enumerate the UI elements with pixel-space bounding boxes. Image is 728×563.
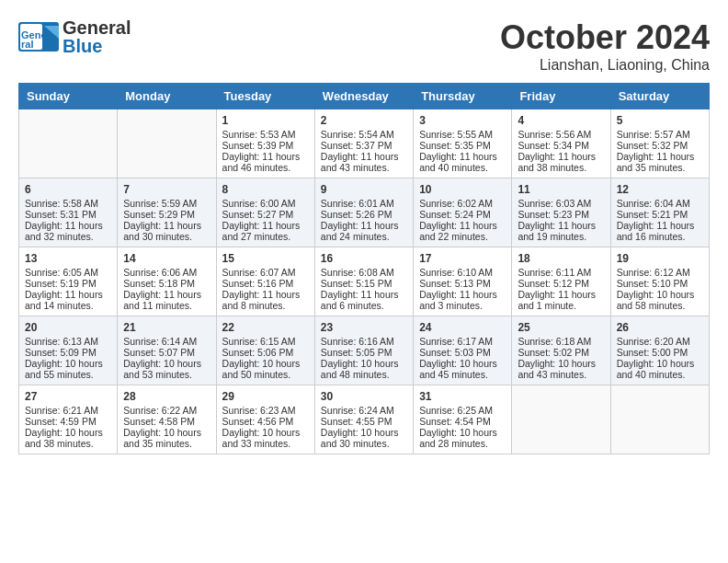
- day-number: 13: [25, 252, 111, 265]
- day-number: 26: [617, 321, 703, 334]
- calendar-cell: 6Sunrise: 5:58 AMSunset: 5:31 PMDaylight…: [19, 178, 118, 247]
- calendar-day-header: Tuesday: [216, 84, 314, 109]
- calendar-cell: 29Sunrise: 6:23 AMSunset: 4:56 PMDayligh…: [216, 385, 314, 454]
- calendar-cell: 13Sunrise: 6:05 AMSunset: 5:19 PMDayligh…: [19, 247, 118, 316]
- calendar-cell: 7Sunrise: 5:59 AMSunset: 5:29 PMDaylight…: [118, 178, 216, 247]
- calendar-cell: [610, 385, 709, 454]
- logo-blue-text: Blue: [63, 37, 131, 55]
- day-number: 10: [419, 183, 506, 196]
- day-number: 29: [222, 390, 309, 403]
- day-number: 30: [321, 390, 407, 403]
- calendar-cell: 14Sunrise: 6:06 AMSunset: 5:18 PMDayligh…: [118, 247, 216, 316]
- calendar-cell: 22Sunrise: 6:15 AMSunset: 5:06 PMDayligh…: [216, 316, 314, 385]
- day-number: 24: [419, 321, 506, 334]
- calendar-cell: [19, 109, 118, 178]
- logo-icon: Gene- ral: [18, 22, 59, 52]
- day-number: 9: [321, 183, 407, 196]
- calendar-cell: 19Sunrise: 6:12 AMSunset: 5:10 PMDayligh…: [610, 247, 709, 316]
- day-number: 2: [321, 114, 407, 127]
- page-header: Gene- ral General Blue October 2024 Lian…: [18, 18, 710, 74]
- calendar-cell: 10Sunrise: 6:02 AMSunset: 5:24 PMDayligh…: [414, 178, 512, 247]
- calendar-table: SundayMondayTuesdayWednesdayThursdayFrid…: [18, 83, 710, 454]
- calendar-cell: 31Sunrise: 6:25 AMSunset: 4:54 PMDayligh…: [414, 385, 512, 454]
- day-number: 4: [518, 114, 604, 127]
- calendar-day-header: Sunday: [19, 84, 118, 109]
- day-number: 6: [25, 183, 111, 196]
- day-number: 18: [518, 252, 604, 265]
- calendar-cell: 16Sunrise: 6:08 AMSunset: 5:15 PMDayligh…: [314, 247, 413, 316]
- day-number: 21: [123, 321, 210, 334]
- calendar-day-header: Monday: [118, 84, 216, 109]
- calendar-cell: 8Sunrise: 6:00 AMSunset: 5:27 PMDaylight…: [216, 178, 314, 247]
- calendar-cell: 17Sunrise: 6:10 AMSunset: 5:13 PMDayligh…: [414, 247, 512, 316]
- calendar-cell: [118, 109, 216, 178]
- day-number: 27: [25, 390, 111, 403]
- calendar-cell: 27Sunrise: 6:21 AMSunset: 4:59 PMDayligh…: [19, 385, 118, 454]
- title-block: October 2024 Lianshan, Liaoning, China: [500, 18, 710, 74]
- calendar-cell: 20Sunrise: 6:13 AMSunset: 5:09 PMDayligh…: [19, 316, 118, 385]
- day-number: 15: [222, 252, 309, 265]
- calendar-cell: 3Sunrise: 5:55 AMSunset: 5:35 PMDaylight…: [414, 109, 512, 178]
- day-number: 11: [518, 183, 604, 196]
- calendar-cell: 9Sunrise: 6:01 AMSunset: 5:26 PMDaylight…: [314, 178, 413, 247]
- calendar-cell: 18Sunrise: 6:11 AMSunset: 5:12 PMDayligh…: [512, 247, 610, 316]
- day-number: 28: [123, 390, 210, 403]
- day-number: 8: [222, 183, 309, 196]
- day-number: 3: [419, 114, 506, 127]
- calendar-cell: 15Sunrise: 6:07 AMSunset: 5:16 PMDayligh…: [216, 247, 314, 316]
- calendar-cell: 23Sunrise: 6:16 AMSunset: 5:05 PMDayligh…: [314, 316, 413, 385]
- day-number: 31: [419, 390, 506, 403]
- calendar-day-header: Saturday: [610, 84, 709, 109]
- day-number: 5: [617, 114, 703, 127]
- calendar-cell: 26Sunrise: 6:20 AMSunset: 5:00 PMDayligh…: [610, 316, 709, 385]
- calendar-cell: 1Sunrise: 5:53 AMSunset: 5:39 PMDaylight…: [216, 109, 314, 178]
- calendar-cell: 24Sunrise: 6:17 AMSunset: 5:03 PMDayligh…: [414, 316, 512, 385]
- calendar-cell: 5Sunrise: 5:57 AMSunset: 5:32 PMDaylight…: [610, 109, 709, 178]
- calendar-cell: 12Sunrise: 6:04 AMSunset: 5:21 PMDayligh…: [610, 178, 709, 247]
- calendar-day-header: Thursday: [414, 84, 512, 109]
- calendar-cell: [512, 385, 610, 454]
- page-subtitle: Lianshan, Liaoning, China: [500, 57, 710, 74]
- calendar-cell: 30Sunrise: 6:24 AMSunset: 4:55 PMDayligh…: [314, 385, 413, 454]
- day-number: 20: [25, 321, 111, 334]
- calendar-day-header: Wednesday: [314, 84, 413, 109]
- day-number: 1: [222, 114, 309, 127]
- calendar-cell: 11Sunrise: 6:03 AMSunset: 5:23 PMDayligh…: [512, 178, 610, 247]
- calendar-cell: 4Sunrise: 5:56 AMSunset: 5:34 PMDaylight…: [512, 109, 610, 178]
- calendar-cell: 28Sunrise: 6:22 AMSunset: 4:58 PMDayligh…: [118, 385, 216, 454]
- day-number: 25: [518, 321, 604, 334]
- day-number: 17: [419, 252, 506, 265]
- day-number: 7: [123, 183, 210, 196]
- calendar-cell: 2Sunrise: 5:54 AMSunset: 5:37 PMDaylight…: [314, 109, 413, 178]
- day-number: 23: [321, 321, 407, 334]
- calendar-cell: 25Sunrise: 6:18 AMSunset: 5:02 PMDayligh…: [512, 316, 610, 385]
- calendar-day-header: Friday: [512, 84, 610, 109]
- day-number: 19: [617, 252, 703, 265]
- day-number: 16: [321, 252, 407, 265]
- day-number: 14: [123, 252, 210, 265]
- logo: Gene- ral General Blue: [18, 18, 131, 55]
- calendar-cell: 21Sunrise: 6:14 AMSunset: 5:07 PMDayligh…: [118, 316, 216, 385]
- svg-text:ral: ral: [21, 39, 33, 50]
- day-number: 12: [617, 183, 703, 196]
- day-number: 22: [222, 321, 309, 334]
- page-title: October 2024: [500, 18, 710, 57]
